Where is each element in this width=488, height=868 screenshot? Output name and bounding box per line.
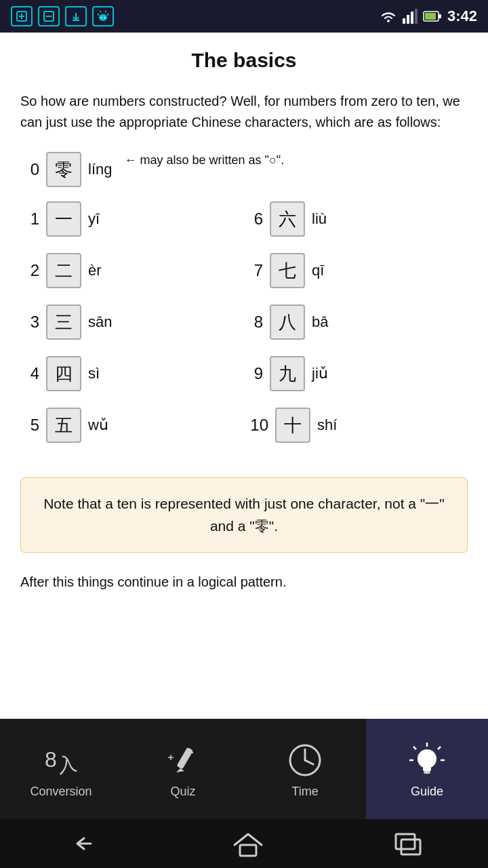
number-row-9: 9 九 jiǔ	[244, 355, 468, 392]
svg-point-11	[101, 17, 102, 18]
char-box-9: 九	[270, 356, 305, 391]
svg-marker-24	[176, 768, 184, 772]
quiz-icon	[163, 740, 203, 781]
svg-rect-17	[415, 9, 418, 24]
status-time: 3:42	[447, 7, 477, 25]
pinyin-8: bā	[312, 313, 328, 331]
svg-point-12	[104, 17, 106, 18]
pinyin-3: sān	[88, 313, 112, 331]
svg-text:8: 8	[45, 747, 57, 772]
svg-line-10	[105, 11, 106, 12]
time-label: Time	[291, 785, 318, 799]
char-box-5: 五	[46, 408, 81, 443]
pinyin-4: sì	[88, 365, 100, 382]
digit-2: 2	[20, 261, 39, 280]
digit-10: 10	[244, 416, 268, 435]
note-box-text: Note that a ten is represented with just…	[40, 493, 448, 537]
time-icon	[285, 740, 325, 781]
number-row-5: 5 五 wǔ	[20, 407, 244, 443]
number-row-3: 3 三 sān	[20, 304, 244, 340]
page-title: The basics	[20, 49, 468, 72]
numbers-col-left: 1 一 yī 2 二 èr 3 三 sān 4 四 sì 5 五	[20, 201, 244, 458]
bottom-nav: 8 入 Conversion Quiz	[0, 719, 488, 819]
pinyin-6: liù	[312, 210, 327, 228]
svg-rect-16	[411, 12, 413, 24]
svg-rect-40	[240, 845, 256, 856]
download-icon	[65, 6, 87, 26]
nav-item-conversion[interactable]: 8 入 Conversion	[0, 719, 122, 819]
digit-4: 4	[20, 364, 39, 383]
pinyin-1: yī	[88, 210, 100, 228]
digit-9: 9	[244, 364, 263, 383]
char-box-6: 六	[270, 201, 305, 237]
battery-icon	[423, 10, 442, 22]
zero-annotation: ← may also be written as "○".	[124, 152, 284, 169]
svg-line-33	[438, 747, 441, 749]
char-box-8: 八	[270, 304, 305, 340]
guide-icon	[407, 740, 447, 781]
after-text: After this things continue in a logical …	[20, 572, 468, 593]
svg-line-31	[305, 760, 313, 764]
guide-label: Guide	[411, 785, 443, 799]
pinyin-10: shí	[317, 416, 337, 434]
zero-left: 0 零 líng	[20, 152, 112, 187]
app2-icon	[38, 6, 60, 26]
zero-digit: 0	[20, 160, 39, 179]
back-button[interactable]	[64, 831, 104, 856]
conversion-label: Conversion	[30, 785, 92, 799]
digit-3: 3	[20, 313, 39, 332]
number-row-7: 7 七 qī	[244, 252, 468, 289]
char-box-1: 一	[46, 201, 81, 237]
svg-rect-41	[396, 834, 415, 849]
char-box-10: 十	[275, 408, 310, 443]
system-nav-bar	[0, 819, 488, 868]
svg-rect-38	[423, 767, 431, 771]
number-row-1: 1 一 yī	[20, 201, 244, 237]
number-row-8: 8 八 bā	[244, 304, 468, 340]
svg-point-37	[418, 749, 436, 768]
svg-rect-19	[439, 14, 441, 18]
nav-item-quiz[interactable]: Quiz	[122, 719, 244, 819]
app1-icon	[11, 6, 33, 26]
pinyin-9: jiǔ	[312, 365, 328, 382]
zero-pinyin: líng	[88, 161, 112, 178]
status-right-icons: 3:42	[380, 7, 477, 25]
home-button[interactable]	[232, 830, 264, 857]
digit-1: 1	[20, 210, 39, 229]
svg-rect-20	[425, 13, 436, 20]
svg-point-6	[99, 14, 107, 21]
svg-rect-15	[407, 15, 409, 24]
number-row-2: 2 二 èr	[20, 252, 244, 289]
nav-item-guide[interactable]: Guide	[366, 719, 488, 819]
svg-line-9	[100, 11, 101, 12]
intro-text: So how are numbers constructed? Well, fo…	[20, 91, 468, 133]
svg-rect-42	[401, 840, 420, 854]
char-box-7: 七	[270, 253, 305, 288]
zero-char-box: 零	[46, 152, 81, 187]
number-row-10: 10 十 shí	[244, 407, 468, 443]
svg-rect-39	[424, 771, 430, 774]
pinyin-5: wǔ	[88, 416, 108, 434]
digit-8: 8	[244, 313, 263, 332]
digit-5: 5	[20, 416, 39, 435]
zero-row: 0 零 líng ← may also be written as "○".	[20, 152, 468, 187]
svg-line-8	[107, 14, 108, 16]
digit-6: 6	[244, 210, 263, 229]
main-content: The basics So how are numbers constructe…	[0, 33, 488, 719]
svg-rect-23	[177, 747, 194, 769]
digit-7: 7	[244, 261, 263, 280]
signal-icon	[403, 9, 418, 24]
android-icon	[92, 6, 114, 26]
char-box-3: 三	[46, 304, 81, 340]
char-box-4: 四	[46, 356, 81, 391]
pinyin-7: qī	[312, 262, 324, 279]
recents-button[interactable]	[392, 831, 424, 856]
char-box-2: 二	[46, 253, 81, 288]
nav-item-time[interactable]: Time	[244, 719, 366, 819]
svg-line-34	[413, 747, 416, 749]
number-row-6: 6 六 liù	[244, 201, 468, 237]
status-bar: 3:42	[0, 0, 488, 33]
svg-text:入: 入	[56, 752, 79, 776]
conversion-icon: 8 入	[41, 740, 81, 781]
svg-point-13	[387, 20, 390, 22]
